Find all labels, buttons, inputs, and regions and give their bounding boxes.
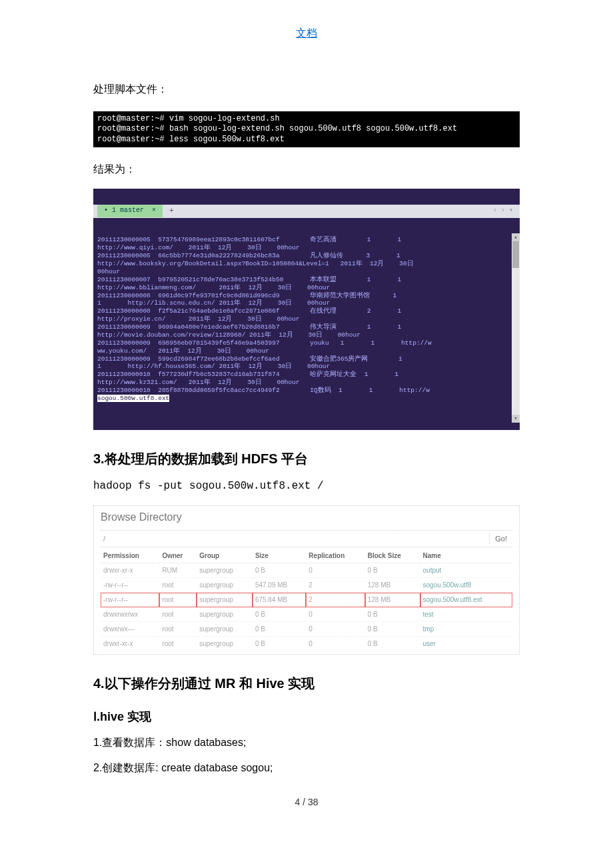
- table-row: drwxr-xr-xrootsupergroup0 B00 Buser: [101, 637, 512, 651]
- cell-rep: 2: [306, 578, 364, 593]
- hdfs-table: Permission Owner Group Size Replication …: [101, 549, 512, 651]
- cell-owner: root: [159, 578, 197, 593]
- table-row: drwxrwx---rootsupergroup0 B00 Btmp: [101, 622, 512, 637]
- cell-size: 0 B: [253, 637, 306, 651]
- cell-owner: root: [159, 622, 197, 637]
- col-replication: Replication: [306, 549, 364, 563]
- cell-rep: 0: [306, 563, 364, 578]
- table-row: -rw-r--r--rootsupergroup675.84 MB2128 MB…: [101, 593, 512, 607]
- cell-block: 0 B: [365, 637, 420, 651]
- terminal-black: root@master:~# vim sogou-log-extend.sh r…: [93, 111, 520, 148]
- hdfs-browser: Browse Directory / Go! Permission Owner …: [93, 505, 520, 655]
- hdfs-title: Browse Directory: [101, 511, 512, 523]
- cell-name[interactable]: tmp: [420, 622, 512, 637]
- cell-perm: drwxrwx---: [101, 622, 159, 637]
- cell-block: 128 MB: [365, 578, 420, 593]
- para-process-script: 处理脚本文件：: [93, 81, 520, 98]
- cell-group: supergroup: [197, 563, 253, 578]
- cell-group: supergroup: [197, 622, 253, 637]
- cell-perm: -rw-r--r--: [101, 593, 159, 607]
- terminal-tab-bar: • 1 master × + ‹ › ▾: [93, 205, 520, 218]
- hive-step-2: 2.创建数据库: create database sogou;: [93, 759, 520, 777]
- terminal-content: 20111230000005 57375476989eea12893c0c381…: [93, 233, 520, 422]
- scroll-down-icon[interactable]: ▾: [512, 415, 520, 423]
- term1-line2: root@master:~# bash sogou-log-extend.sh …: [97, 124, 457, 133]
- cell-rep: 0: [306, 637, 364, 651]
- cell-rep: 0: [306, 622, 364, 637]
- header-link[interactable]: 文档: [296, 27, 317, 39]
- terminal-tab-plus[interactable]: +: [165, 205, 178, 217]
- terminal-tab-right-controls: ‹ › ▾: [493, 207, 520, 215]
- scroll-thumb[interactable]: [512, 241, 519, 268]
- header-link-wrap: 文档: [93, 27, 520, 41]
- col-permission: Permission: [101, 549, 159, 563]
- cell-name[interactable]: test: [420, 607, 512, 622]
- cell-owner: root: [159, 637, 197, 651]
- section-3-title: 3.将处理后的数据加载到 HDFS 平台: [93, 450, 520, 468]
- hadoop-cmd: hadoop fs -put sogou.500w.utf8.ext /: [93, 480, 520, 492]
- hdfs-path-input[interactable]: /: [101, 533, 489, 544]
- hive-step-1: 1.查看数据库：show databases;: [93, 734, 520, 751]
- term1-line3: root@master:~# less sogou.500w.utf8.ext: [97, 135, 285, 144]
- cell-group: supergroup: [197, 607, 253, 622]
- col-name: Name: [420, 549, 512, 563]
- terminal-body-text: 20111230000005 57375476989eea12893c0c381…: [97, 236, 432, 394]
- cell-group: supergroup: [197, 637, 253, 651]
- hdfs-path-row: / Go!: [101, 530, 512, 547]
- col-group: Group: [197, 549, 253, 563]
- hive-subtitle: Ⅰ.hive 实现: [93, 709, 520, 725]
- scroll-up-icon[interactable]: ▴: [512, 233, 520, 241]
- cell-owner: RUM: [159, 563, 197, 578]
- col-size: Size: [253, 549, 306, 563]
- cell-name[interactable]: output: [420, 563, 512, 578]
- cell-block: 0 B: [365, 563, 420, 578]
- cell-perm: -rw-r--r--: [101, 578, 159, 593]
- cell-rep: 0: [306, 607, 364, 622]
- terminal-cursor-line: sogou.500w.utf8.ext: [97, 395, 169, 402]
- terminal-tab-active[interactable]: • 1 master ×: [97, 205, 163, 217]
- col-owner: Owner: [159, 549, 197, 563]
- table-row: -rw-r--r--rootsupergroup547.09 MB2128 MB…: [101, 578, 512, 593]
- cell-name[interactable]: sogou.500w.utf8.ext: [420, 593, 512, 607]
- cell-size: 0 B: [253, 622, 306, 637]
- section-4-title: 4.以下操作分别通过 MR 和 Hive 实现: [93, 675, 520, 693]
- page-number: 4 / 38: [93, 797, 520, 807]
- cell-owner: root: [159, 607, 197, 622]
- hdfs-header-row: Permission Owner Group Size Replication …: [101, 549, 512, 563]
- cell-name[interactable]: sogou.500w.utf8: [420, 578, 512, 593]
- terminal-scrollbar[interactable]: ▴ ▾: [512, 233, 520, 422]
- cell-block: 0 B: [365, 607, 420, 622]
- cell-rep: 2: [306, 593, 364, 607]
- cell-perm: drwxr-xr-x: [101, 563, 159, 578]
- cell-size: 547.09 MB: [253, 578, 306, 593]
- table-row: drwxrwxrwxrootsupergroup0 B00 Btest: [101, 607, 512, 622]
- hdfs-go-button[interactable]: Go!: [489, 533, 512, 544]
- term1-line1: root@master:~# vim sogou-log-extend.sh: [97, 114, 280, 123]
- cell-size: 0 B: [253, 607, 306, 622]
- terminal-result: • 1 master × + ‹ › ▾ 20111230000005 5737…: [93, 189, 520, 431]
- col-blocksize: Block Size: [365, 549, 420, 563]
- cell-block: 0 B: [365, 622, 420, 637]
- cell-block: 128 MB: [365, 593, 420, 607]
- cell-size: 0 B: [253, 563, 306, 578]
- cell-perm: drwxrwxrwx: [101, 607, 159, 622]
- cell-name[interactable]: user: [420, 637, 512, 651]
- table-row: drwxr-xr-xRUMsupergroup0 B00 Boutput: [101, 563, 512, 578]
- cell-group: supergroup: [197, 578, 253, 593]
- cell-owner: root: [159, 593, 197, 607]
- para-result: 结果为：: [93, 161, 520, 178]
- cell-group: supergroup: [197, 593, 253, 607]
- cell-size: 675.84 MB: [253, 593, 306, 607]
- cell-perm: drwxr-xr-x: [101, 637, 159, 651]
